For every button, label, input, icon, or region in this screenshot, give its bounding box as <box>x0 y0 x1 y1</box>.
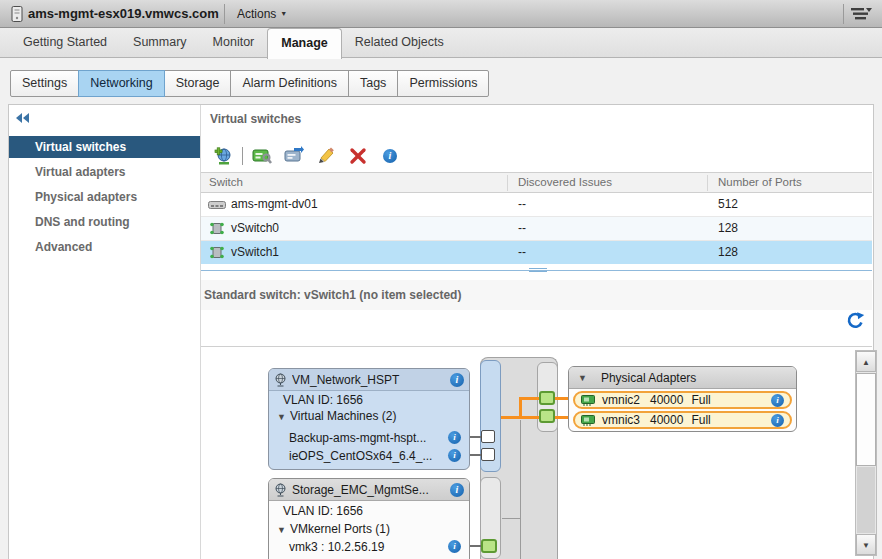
switch-name: vSwitch1 <box>231 241 279 264</box>
physical-adapters-header[interactable]: ▼ Physical Adapters <box>569 367 796 389</box>
column-switch[interactable]: Switch <box>201 173 243 192</box>
subtab-permissions[interactable]: Permissions <box>397 70 489 97</box>
switch-name: vSwitch0 <box>231 217 279 240</box>
tab-monitor[interactable]: Monitor <box>200 28 268 58</box>
subtab-storage[interactable]: Storage <box>164 70 232 97</box>
add-host-networking-button[interactable] <box>212 146 234 166</box>
sidebar-item-virtual-switches[interactable]: Virtual switches <box>9 136 200 158</box>
actions-menu-button[interactable]: Actions▼ <box>237 7 287 21</box>
info-icon[interactable]: i <box>771 394 784 407</box>
storage-portgroup-header: Storage_EMC_MgmtSe... i <box>269 479 469 501</box>
sidebar-item-dns-and-routing[interactable]: DNS and routing <box>9 211 200 233</box>
info-icon[interactable]: i <box>448 449 461 462</box>
adapter-name: vmnic2 <box>602 393 640 407</box>
scroll-down-button[interactable]: ▼ <box>856 534 876 555</box>
topbar-separator-right <box>843 4 844 24</box>
info-icon[interactable]: i <box>771 414 784 427</box>
network-globe-icon <box>274 483 287 497</box>
vm-portgroup-box[interactable]: VM_Network_HSPT i VLAN ID: 1656 ▼Virtual… <box>268 368 470 470</box>
adapter-vmnic3[interactable]: vmnic3 40000 Full i <box>573 411 792 429</box>
nic-icon <box>581 415 595 426</box>
sidebar-item-virtual-adapters[interactable]: Virtual adapters <box>9 161 200 183</box>
splitter-grip[interactable] <box>527 266 549 274</box>
subtab-bar: Settings Networking Storage Alarm Defini… <box>10 70 489 97</box>
storage-portgroup-box[interactable]: Storage_EMC_MgmtSe... i VLAN ID: 1656 ▼V… <box>268 478 470 559</box>
info-icon[interactable]: i <box>448 540 461 553</box>
vm-port-icon[interactable] <box>481 448 495 461</box>
adapter-name: vmnic3 <box>602 413 640 427</box>
switch-details-button[interactable]: i <box>379 146 401 166</box>
subtab-networking[interactable]: Networking <box>78 70 165 97</box>
related-items-menu-icon[interactable] <box>851 7 873 21</box>
subtab-alarm-definitions[interactable]: Alarm Definitions <box>230 70 348 97</box>
distributed-switch-icon <box>208 200 226 210</box>
standard-vswitch-icon <box>209 221 225 236</box>
table-row-vswitch0[interactable]: vSwitch0 -- 128 <box>201 217 872 240</box>
portgroup-name: VM_Network_HSPT <box>292 373 450 387</box>
column-discovered-issues[interactable]: Discovered Issues <box>510 173 612 192</box>
vm-group-row[interactable]: ▼Virtual Machines (2) <box>277 409 396 423</box>
vmkernel-member[interactable]: vmk3 : 10.2.56.19 <box>289 540 384 554</box>
tab-manage[interactable]: Manage <box>267 28 342 59</box>
add-networking-icon <box>213 146 233 166</box>
migrate-adapter-icon <box>284 146 304 166</box>
info-icon[interactable]: i <box>448 431 461 444</box>
sidebar-item-advanced[interactable]: Advanced <box>9 236 200 258</box>
section-title: Standard switch: vSwitch1 (no item selec… <box>204 288 461 302</box>
physical-adapters-title: Physical Adapters <box>601 371 696 385</box>
refresh-icon[interactable] <box>845 311 865 331</box>
portgroup-name: Storage_EMC_MgmtSe... <box>292 483 450 497</box>
switch-ports: 512 <box>718 193 738 216</box>
scrollbar-thumb[interactable] <box>856 373 876 466</box>
sidebar-item-physical-adapters[interactable]: Physical adapters <box>9 186 200 208</box>
triangle-down-icon: ▼ <box>277 412 286 422</box>
vm-member[interactable]: ieOPS_CentOSx64_6.4_... <box>289 449 432 463</box>
nic-icon <box>581 395 595 406</box>
host-name: ams-mgmt-esx019.vmwcs.com <box>28 6 219 21</box>
migrate-networking-button[interactable] <box>283 146 305 166</box>
subtab-tags[interactable]: Tags <box>348 70 398 97</box>
diagram-scrollbar[interactable]: ▲ ▼ <box>855 350 877 556</box>
scrollbar-track-fill[interactable] <box>857 467 875 533</box>
adapter-wrench-icon <box>252 146 272 166</box>
collapse-sidebar-icon[interactable] <box>16 113 29 123</box>
triangle-down-icon: ▼ <box>277 525 286 535</box>
caret-down-icon: ▼ <box>280 10 287 17</box>
vm-portgroup-header: VM_Network_HSPT i <box>269 369 469 391</box>
network-globe-icon <box>274 373 287 387</box>
tab-related-objects[interactable]: Related Objects <box>342 28 457 58</box>
page-title: Virtual switches <box>210 112 301 126</box>
host-icon <box>10 5 24 23</box>
vm-member[interactable]: Backup-ams-mgmt-hspt... <box>289 431 426 445</box>
info-icon[interactable]: i <box>450 483 464 497</box>
manage-physical-adapters-button[interactable] <box>251 146 273 166</box>
tab-summary[interactable]: Summary <box>120 28 199 58</box>
uplink-port-icon[interactable] <box>539 409 555 423</box>
tab-getting-started[interactable]: Getting Started <box>10 28 120 58</box>
remove-x-icon <box>349 147 367 165</box>
scroll-up-button[interactable]: ▲ <box>856 351 876 372</box>
vlan-label: VLAN ID: 1656 <box>283 393 363 407</box>
topbar-separator <box>224 4 225 24</box>
adapter-speed: 40000 <box>650 393 683 407</box>
switch-ports: 128 <box>718 217 738 240</box>
switch-issues: -- <box>518 241 526 264</box>
switch-table-header: Switch Discovered Issues Number of Ports <box>201 172 872 193</box>
vm-port-icon[interactable] <box>481 430 495 443</box>
info-icon[interactable]: i <box>450 373 464 387</box>
table-row-vswitch1-selected[interactable]: vSwitch1 -- 128 <box>201 241 872 264</box>
standard-vswitch-icon <box>209 245 225 260</box>
adapter-vmnic2[interactable]: vmnic2 40000 Full i <box>573 391 792 409</box>
edit-settings-button[interactable] <box>315 146 337 166</box>
toolbar-separator <box>242 147 243 165</box>
object-header-bar: ams-mgmt-esx019.vmwcs.com Actions▼ <box>0 0 882 28</box>
switch-issues: -- <box>518 193 526 216</box>
column-number-of-ports[interactable]: Number of Ports <box>710 173 802 192</box>
table-row-ams-mgmt-dv01[interactable]: ams-mgmt-dv01 -- 512 <box>201 193 872 216</box>
pencil-icon <box>316 146 336 166</box>
vmkernel-group-row[interactable]: ▼VMkernel Ports (1) <box>277 522 390 536</box>
subtab-settings[interactable]: Settings <box>10 70 79 97</box>
remove-switch-button[interactable] <box>347 146 369 166</box>
uplink-port-icon[interactable] <box>539 391 555 405</box>
vmkernel-port-icon[interactable] <box>481 539 497 553</box>
